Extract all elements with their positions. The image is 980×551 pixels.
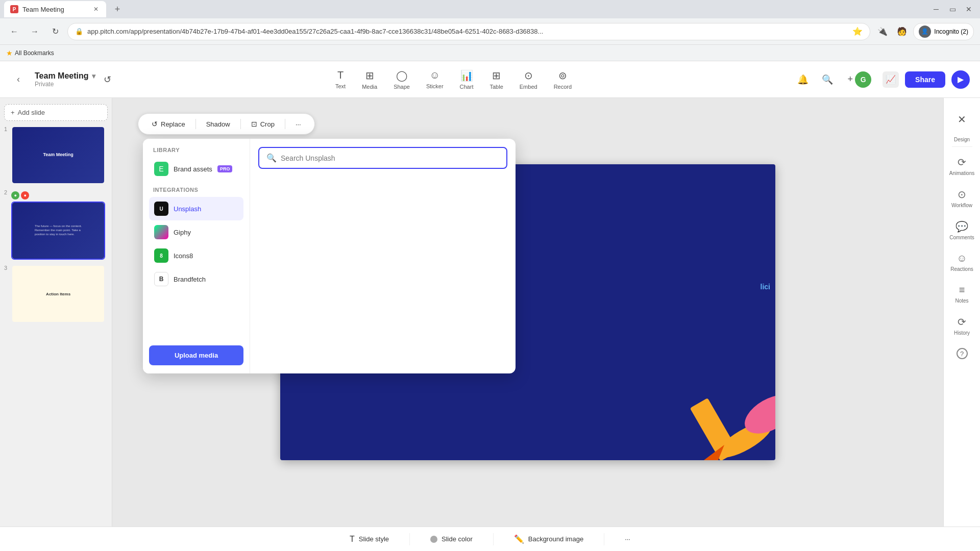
bookmarks-bar: ★ All Bookmarks xyxy=(0,45,980,61)
sidebar-toggle-button[interactable]: ‹ xyxy=(10,71,27,88)
bottom-divider-1 xyxy=(409,533,410,545)
embed-tool-button[interactable]: ⊙ Embed xyxy=(512,65,545,94)
app-content: ‹ Team Meeting ▾ Private ↺ T Text ⊞ M xyxy=(0,61,980,551)
tab-close-button[interactable]: ✕ xyxy=(92,5,100,13)
search-results-area xyxy=(258,177,507,365)
shape-tool-button[interactable]: ◯ Shape xyxy=(386,65,417,94)
background-image-item[interactable]: ✏️ Background image xyxy=(506,530,592,548)
play-button[interactable]: ▶ xyxy=(951,70,970,89)
workflow-icon: ⊙ xyxy=(958,188,966,201)
slide-style-label: Slide style xyxy=(359,535,389,543)
replace-button[interactable]: ↺ Replace xyxy=(145,117,191,131)
forward-button[interactable]: → xyxy=(27,23,43,40)
crop-label: Crop xyxy=(260,120,275,128)
slide-thumb-img-1: Team Meeting xyxy=(12,127,104,183)
thumb-content-1: Team Meeting xyxy=(39,148,77,163)
design-close-button[interactable]: ✕ xyxy=(947,104,977,135)
slide-badges-2: ● ● xyxy=(11,191,105,199)
new-tab-button[interactable]: + xyxy=(110,2,125,16)
app-title-section: Team Meeting ▾ Private xyxy=(35,71,95,88)
brandfetch-item[interactable]: B Brandfetch xyxy=(149,267,243,291)
close-button[interactable]: ✕ xyxy=(962,2,976,16)
bottom-divider-2 xyxy=(493,533,494,545)
table-icon: ⊞ xyxy=(492,69,501,82)
maximize-button[interactable]: ▭ xyxy=(945,2,960,16)
brand-assets-icon: E xyxy=(154,162,168,176)
canvas-area: lici ↺ Replace Shadow ⊡ Crop xyxy=(112,98,943,527)
icons8-icon: 8 xyxy=(154,248,168,263)
history-tool[interactable]: ⟳ History xyxy=(947,311,977,341)
notifications-button[interactable]: 🔔 xyxy=(794,70,812,89)
record-tool-button[interactable]: ⊚ Record xyxy=(547,65,579,94)
browser-toolbar: ← → ↻ 🔒 app.pitch.com/app/presentation/4… xyxy=(0,18,980,45)
icons8-label: Icons8 xyxy=(174,252,193,260)
refresh-button[interactable]: ↻ xyxy=(47,23,63,40)
title-text: Team Meeting xyxy=(35,71,89,81)
media-content: 🔍 xyxy=(250,139,516,373)
unsplash-item[interactable]: U Unsplash xyxy=(149,197,243,220)
shadow-button[interactable]: Shadow xyxy=(200,117,236,131)
media-sidebar: Library E Brand assets PRO Integrations … xyxy=(143,139,250,373)
help-tool[interactable]: ? xyxy=(947,343,977,364)
slide-thumbnail-3[interactable]: Action Items xyxy=(11,265,105,323)
text-label: Text xyxy=(335,83,346,89)
slide-style-item[interactable]: T Slide style xyxy=(341,531,397,548)
search-button[interactable]: 🔍 xyxy=(818,70,837,89)
slide-color-item[interactable]: Slide color xyxy=(422,531,481,547)
thumb-content-2: The future — focus on the content.Rememb… xyxy=(31,220,86,240)
animations-tool[interactable]: ⟳ Animations xyxy=(947,151,977,181)
header-right: 🔔 🔍 + G 📈 Share ▶ xyxy=(794,68,970,91)
address-bar[interactable]: 🔒 app.pitch.com/app/presentation/4b74b27… xyxy=(67,23,870,40)
minimize-button[interactable]: ─ xyxy=(929,2,943,16)
brand-assets-item[interactable]: E Brand assets PRO xyxy=(149,157,243,181)
profile-button[interactable]: 🧑 xyxy=(894,23,910,40)
background-icon: ✏️ xyxy=(514,534,524,544)
undo-icon: ↺ xyxy=(104,74,111,85)
bookmark-label: All Bookmarks xyxy=(15,49,54,57)
undo-button[interactable]: ↺ xyxy=(104,74,114,85)
share-button[interactable]: Share xyxy=(905,71,945,88)
badge-green-2: ● xyxy=(11,191,19,199)
notes-icon: ≡ xyxy=(959,284,965,296)
chart-tool-button[interactable]: 📊 Chart xyxy=(453,65,481,94)
slide-item-2: 2 ● ● The future — focus on the content.… xyxy=(4,189,108,260)
incognito-button[interactable]: 👤 Incognito (2) xyxy=(913,23,974,40)
upload-media-button[interactable]: Upload media xyxy=(149,345,243,365)
slide-thumbnail-2[interactable]: The future — focus on the content.Rememb… xyxy=(11,202,105,260)
reactions-tool[interactable]: ☺ Reactions xyxy=(947,247,977,277)
analytics-button[interactable]: 📈 xyxy=(883,71,899,88)
more-options-button[interactable]: ··· xyxy=(289,117,307,131)
table-tool-button[interactable]: ⊞ Table xyxy=(482,65,510,94)
icons8-item[interactable]: 8 Icons8 xyxy=(149,244,243,267)
notes-tool[interactable]: ≡ Notes xyxy=(947,279,977,309)
more-options-item[interactable]: ··· xyxy=(617,531,639,547)
media-label: Media xyxy=(362,84,377,90)
sticker-tool-button[interactable]: ☺ Sticker xyxy=(419,65,451,93)
comments-label: Comments xyxy=(949,235,974,240)
comments-tool[interactable]: 💬 Comments xyxy=(947,215,977,245)
crop-button[interactable]: ⊡ Crop xyxy=(245,117,281,131)
add-slide-button[interactable]: + Add slide xyxy=(4,104,108,121)
animations-label: Animations xyxy=(949,170,974,176)
workflow-tool[interactable]: ⊙ Workflow xyxy=(947,183,977,213)
media-spacer xyxy=(149,291,243,345)
bookmark-all-bookmarks[interactable]: ★ All Bookmarks xyxy=(6,49,54,57)
tab-favicon: P xyxy=(10,5,18,13)
slide-thumbnail-1[interactable]: Team Meeting xyxy=(11,126,105,184)
add-button[interactable]: + G xyxy=(843,68,877,91)
chart-label: Chart xyxy=(460,84,474,90)
media-tool-button[interactable]: ⊞ Media xyxy=(355,65,384,94)
embed-label: Embed xyxy=(520,84,537,90)
replace-label: Replace xyxy=(161,120,185,128)
giphy-item[interactable]: Giphy xyxy=(149,220,243,244)
search-input[interactable] xyxy=(281,154,499,162)
toolbar-divider-3 xyxy=(285,119,285,129)
reactions-icon: ☺ xyxy=(957,253,967,264)
text-tool-button[interactable]: T Text xyxy=(328,65,353,93)
chart-icon: 📊 xyxy=(460,69,473,82)
incognito-avatar: 👤 xyxy=(919,26,931,38)
extensions-button[interactable]: 🔌 xyxy=(874,23,891,40)
help-icon: ? xyxy=(957,348,968,359)
browser-tab[interactable]: P Team Meeting ✕ xyxy=(4,1,106,17)
back-button[interactable]: ← xyxy=(6,23,22,40)
